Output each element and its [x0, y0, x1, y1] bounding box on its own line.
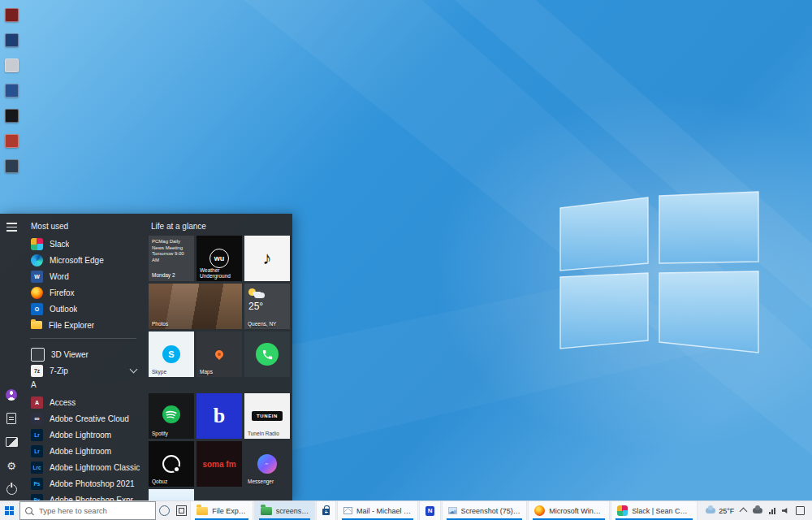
user-account-button[interactable]: [2, 386, 21, 404]
taskbar-search[interactable]: [19, 501, 156, 520]
spotify-icon: [162, 405, 181, 427]
app-item-lightroom-2[interactable]: Lr Adobe Lightroom: [28, 443, 145, 459]
tile-label: Maps: [200, 369, 213, 375]
taskbar-app-store[interactable]: [316, 501, 336, 520]
taskbar-app-screenshot-image[interactable]: Screenshot (75).pn...: [442, 501, 527, 520]
app-label: Adobe Creative Cloud: [50, 414, 129, 423]
app-item-3d-viewer[interactable]: 3D Viewer: [28, 346, 145, 362]
app-item-photoshop-2021[interactable]: Ps Adobe Photoshop 2021: [28, 475, 145, 492]
start-menu-rail: ⚙: [0, 214, 23, 501]
user-avatar-icon: [6, 389, 17, 401]
partial-tile[interactable]: [149, 489, 194, 501]
taskbar-app-n[interactable]: N: [419, 501, 441, 520]
qobuz-logo-icon: [162, 455, 180, 473]
desktop-shortcut-icon[interactable]: [5, 159, 19, 173]
qobuz-tile[interactable]: Qobuz: [149, 441, 194, 487]
maps-tile[interactable]: Maps: [197, 332, 242, 377]
task-view-button[interactable]: [173, 501, 190, 520]
app-label: Word: [50, 272, 69, 281]
desktop-shortcut-icon[interactable]: [5, 109, 19, 123]
word-icon: W: [31, 271, 43, 283]
taskbar-app-label: screenshots: [276, 507, 309, 515]
skype-icon: S: [162, 345, 180, 363]
taskbar-app-label: Microsoft Window...: [549, 507, 603, 515]
taskbar-app-label: Screenshot (75).pn...: [461, 507, 521, 515]
taskbar-app-slack[interactable]: Slack | Sean Carrol...: [611, 501, 698, 520]
somafm-tile[interactable]: soma fm: [197, 441, 242, 487]
volume-icon[interactable]: [782, 508, 789, 514]
app-item-word[interactable]: W Word: [28, 268, 145, 284]
calendar-event-text: PCMag Daily News Meeting Tomorrow 9:00 A…: [152, 239, 191, 263]
desktop-shortcut-icon[interactable]: [5, 33, 19, 47]
app-label: File Explorer: [49, 321, 94, 330]
weather-underground-tile[interactable]: wu Weather Underground: [197, 236, 242, 281]
app-label: Adobe Photoshop 2021: [50, 479, 135, 488]
tile-label: Qobuz: [152, 479, 167, 484]
messenger-tile[interactable]: Messenger: [244, 441, 290, 487]
app-item-edge[interactable]: Microsoft Edge: [28, 252, 145, 268]
tile-label: Queens, NY: [248, 321, 276, 327]
photos-tile[interactable]: Photos: [149, 284, 242, 329]
image-icon: [448, 507, 457, 514]
app-label: Microsoft Edge: [50, 256, 104, 265]
expand-menu-button[interactable]: [2, 218, 21, 236]
tiles-group-header[interactable]: Life at a glance: [151, 222, 289, 231]
desktop-shortcut-icon[interactable]: [5, 84, 19, 98]
temperature-value: 25°: [248, 301, 263, 312]
taskbar-app-screenshots[interactable]: screenshots: [254, 501, 316, 520]
folder-icon: [197, 507, 208, 515]
start-button[interactable]: [0, 501, 19, 520]
taskbar-app-mail[interactable]: Mail - Michael Mu...: [337, 501, 418, 520]
app-item-outlook[interactable]: O Outlook: [28, 301, 145, 317]
power-button[interactable]: [2, 480, 21, 498]
app-item-firefox[interactable]: Firefox: [28, 284, 145, 301]
slack-icon: [31, 238, 43, 250]
cortana-icon: [159, 505, 170, 516]
tunein-logo-icon: TUNEIN: [252, 411, 283, 421]
tunein-tile[interactable]: TUNEIN TuneIn Radio: [244, 393, 290, 439]
app-label: 7-Zip: [50, 366, 68, 375]
app-item-slack[interactable]: Slack: [28, 236, 145, 252]
network-icon[interactable]: [769, 508, 775, 514]
onedrive-icon[interactable]: [753, 508, 762, 514]
calendar-tile[interactable]: PCMag Daily News Meeting Tomorrow 9:00 A…: [149, 236, 194, 281]
app-item-creative-cloud[interactable]: ∞ Adobe Creative Cloud: [28, 410, 145, 427]
microsoft-store-icon: [322, 509, 330, 515]
action-center-icon[interactable]: [796, 506, 805, 515]
calendar-date: Monday 2: [152, 272, 175, 278]
documents-button[interactable]: [2, 410, 21, 427]
app-item-7zip[interactable]: 7z 7-Zip: [28, 362, 145, 379]
show-hidden-icons-chevron[interactable]: [740, 508, 748, 516]
lightroom-classic-icon: Lrc: [31, 462, 43, 474]
tile-label: Photos: [152, 321, 168, 327]
pictures-button[interactable]: [2, 433, 21, 451]
weather-widget[interactable]: 25°F: [706, 507, 734, 515]
app-item-file-explorer[interactable]: File Explorer: [28, 317, 145, 333]
app-item-lightroom[interactable]: Lr Adobe Lightroom: [28, 427, 145, 443]
start-tiles: Life at a glance PCMag Daily News Meetin…: [145, 214, 292, 501]
desktop-shortcut-icon[interactable]: [5, 134, 19, 148]
search-input[interactable]: [37, 505, 150, 516]
desktop-shortcut-icon[interactable]: [5, 58, 19, 72]
taskbar-app-label: File Explorer: [212, 507, 246, 515]
chevron-down-icon[interactable]: [130, 366, 138, 374]
weather-tile[interactable]: 25° Queens, NY: [244, 284, 290, 329]
app-item-lightroom-classic[interactable]: Lrc Adobe Lightroom Classic: [28, 459, 145, 475]
spotify-tile[interactable]: Spotify: [149, 393, 194, 439]
app-item-access[interactable]: A Access: [28, 394, 145, 410]
music-tile[interactable]: ♪: [244, 236, 290, 281]
cortana-button[interactable]: [156, 501, 173, 520]
taskbar-app-firefox-window[interactable]: Microsoft Window...: [528, 501, 610, 520]
creative-cloud-icon: ∞: [31, 413, 43, 425]
edge-icon: [31, 254, 43, 266]
music-note-icon: ♪: [263, 248, 272, 269]
whatsapp-tile[interactable]: [244, 332, 290, 377]
tile-label: Spotify: [152, 431, 168, 436]
lightroom-icon: Lr: [31, 429, 43, 441]
qobuz-b-tile[interactable]: b: [197, 393, 242, 439]
section-a-header: A: [31, 380, 145, 389]
taskbar-app-file-explorer[interactable]: File Explorer: [190, 501, 253, 520]
skype-tile[interactable]: S Skype: [149, 332, 194, 377]
desktop-shortcut-icon[interactable]: [5, 8, 19, 22]
settings-button[interactable]: ⚙: [2, 457, 21, 474]
